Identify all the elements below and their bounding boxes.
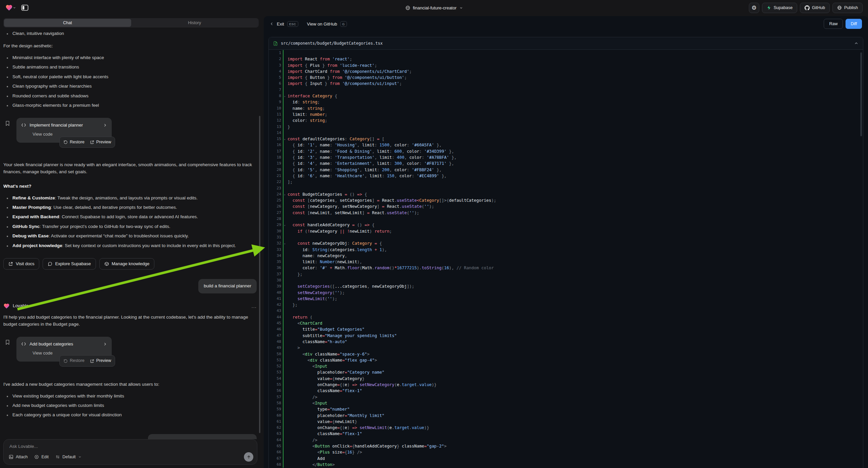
bookmark-icon[interactable]	[5, 340, 10, 345]
code-line: 12 color: string;	[269, 117, 863, 123]
code-line: 34 name: newCategory,	[269, 253, 863, 259]
project-selector[interactable]: financial-future-creator	[405, 0, 463, 16]
visit-docs-button[interactable]: Visit docs	[3, 258, 39, 270]
attach-button[interactable]: Attach	[9, 455, 28, 459]
more-options-button[interactable]: ...	[251, 302, 257, 310]
send-button[interactable]	[244, 452, 253, 462]
design-heading: For the design aesthetic:	[3, 42, 257, 50]
diff-toggle-button[interactable]: Diff	[845, 19, 862, 29]
version-toolbar: Restore Preview	[59, 137, 115, 148]
code-line: 63 className="flex-1"	[269, 431, 863, 437]
fold-chevron-icon[interactable]: ⌄	[284, 93, 285, 99]
project-name: financial-future-creator	[413, 5, 456, 10]
publish-label: Publish	[844, 5, 858, 10]
view-on-github-button[interactable]: View on GitHub G	[307, 21, 347, 27]
manage-knowledge-button[interactable]: Manage knowledge	[99, 258, 155, 270]
list-item: Debug with Ease: Activate our experiment…	[3, 233, 257, 240]
code-area: 12import React from 'react';3import { Pl…	[269, 50, 863, 468]
chevron-right-icon	[103, 342, 107, 346]
image-icon	[9, 455, 13, 459]
settings-button[interactable]: ⚙	[749, 3, 759, 13]
tab-history[interactable]: History	[131, 19, 258, 27]
code-line: 54 value={newCategory}	[269, 376, 863, 382]
version-toolbar: Restore Preview	[59, 355, 115, 366]
version-card-implement-financial-planner[interactable]: Implement financial planner View code	[17, 118, 112, 143]
reply-bullet-list: View existing budget categories with the…	[3, 393, 257, 419]
list-item: Add new budget categories with custom li…	[3, 402, 257, 409]
raw-toggle-button[interactable]: Raw	[824, 19, 843, 29]
code-line: 67 Add	[269, 456, 863, 462]
version-card-title: Add budget categories	[30, 341, 100, 348]
bookmark-icon[interactable]	[5, 120, 10, 126]
chevron-down-icon	[78, 455, 82, 459]
code-line: 38	[269, 277, 863, 283]
github-button[interactable]: GitHub	[800, 3, 830, 13]
chat-input[interactable]: Ask Lovable...	[9, 444, 38, 449]
collapse-file-button[interactable]	[854, 41, 859, 46]
assistant-paragraph: Your sleek financial planner is now read…	[3, 162, 257, 176]
code-line: 33 id: String(categories.length + 1),	[269, 247, 863, 253]
code-line: 20 { id: '5', name: 'Shopping', limit: 2…	[269, 167, 863, 173]
chevron-left-icon	[270, 22, 274, 26]
code-line: 65 <Button onClick={handleAddCategory} c…	[269, 443, 863, 449]
list-item: Glass-morphic elements for a premium fee…	[3, 102, 257, 109]
external-link-icon	[90, 140, 94, 144]
code-line: 32⌄ const newCategoryObj: Category = {	[269, 240, 863, 246]
restore-button[interactable]: Restore	[63, 357, 85, 364]
code-line: 22];	[269, 179, 863, 185]
preview-button[interactable]: Preview	[90, 357, 111, 364]
code-line: 55 onChange={(e) => setNewCategory(e.tar…	[269, 382, 863, 388]
code-line: 27 const [newLimit, setNewLimit] = React…	[269, 210, 863, 216]
code-line: 64 />	[269, 437, 863, 443]
lovable-logo-menu[interactable]	[5, 4, 16, 11]
fold-chevron-icon[interactable]: ⌄	[284, 136, 285, 142]
chat-panel: Chat History Clean, intuitive navigation…	[0, 16, 262, 468]
chevron-right-icon	[103, 123, 107, 127]
edit-button[interactable]: Edit	[34, 455, 49, 459]
code-line: 68 </Button>	[269, 462, 863, 468]
supabase-label: Supabase	[774, 5, 793, 10]
fold-chevron-icon[interactable]: ⌄	[284, 222, 285, 228]
package-icon	[104, 262, 109, 266]
code-line: 36 color: '#' + Math.floor(Math.random()…	[269, 265, 863, 271]
lovable-heart-icon	[3, 303, 10, 309]
fold-chevron-icon[interactable]: ⌄	[284, 240, 285, 246]
mode-selector[interactable]: Default	[55, 455, 82, 459]
code-line: 37 };	[269, 271, 863, 277]
exit-button[interactable]: Exit ESC	[270, 21, 298, 27]
code-line: 24⌄const BudgetCategories = () => {	[269, 192, 863, 197]
code-line: 50 <div className="space-y-6">	[269, 351, 863, 357]
supabase-button[interactable]: Supabase	[762, 3, 797, 13]
code-line: 66 <Plus size={16} />	[269, 449, 863, 455]
code-line: 51 <div className="flex gap-4">	[269, 357, 863, 363]
list-item: Rounded corners and subtle shadows	[3, 93, 257, 100]
sidebar-toggle-button[interactable]	[21, 4, 29, 12]
restore-button[interactable]: Restore	[63, 139, 85, 145]
preview-button[interactable]: Preview	[90, 139, 111, 145]
version-card-add-budget-categories[interactable]: Add budget categories View code Rest	[17, 337, 112, 361]
publish-button[interactable]: Publish	[832, 3, 863, 13]
code-line: 40 setNewCategory('');	[269, 290, 863, 296]
version-card-title: Implement financial planner	[30, 122, 100, 128]
file-header[interactable]: src/components/budget/BudgetCategories.t…	[269, 37, 863, 50]
code-line: 35 limit: Number(newLimit),	[269, 259, 863, 265]
list-item: Clean typography with clear hierarchies	[3, 83, 257, 90]
file-diff-container: src/components/budget/BudgetCategories.t…	[269, 37, 863, 468]
explore-supabase-button[interactable]: Explore Supabase	[42, 258, 96, 270]
chat-scrollbar-thumb[interactable]	[259, 116, 260, 433]
code-line: 60 placeholder="Monthly limit"	[269, 413, 863, 419]
user-message: would be cool if you could add budget ca…	[148, 434, 257, 439]
code-line: 11 limit: number;	[269, 112, 863, 117]
code-scrollbar-thumb[interactable]	[860, 52, 862, 136]
chevron-down-icon	[459, 6, 463, 10]
fold-chevron-icon[interactable]: ⌄	[284, 192, 285, 197]
code-line: 39 setCategories([...categories, newCate…	[269, 283, 863, 289]
code-line: 8⌄interface Category {	[269, 93, 863, 99]
github-icon	[805, 5, 810, 10]
code-line: 2import React from 'react';	[269, 56, 863, 62]
tab-chat[interactable]: Chat	[4, 19, 131, 27]
top-bar: financial-future-creator ⚙ Supabase GitH…	[0, 0, 868, 16]
code-line: 52 <Input	[269, 363, 863, 369]
code-line: 53 placeholder="Category name"	[269, 369, 863, 375]
code-icon	[21, 342, 26, 346]
